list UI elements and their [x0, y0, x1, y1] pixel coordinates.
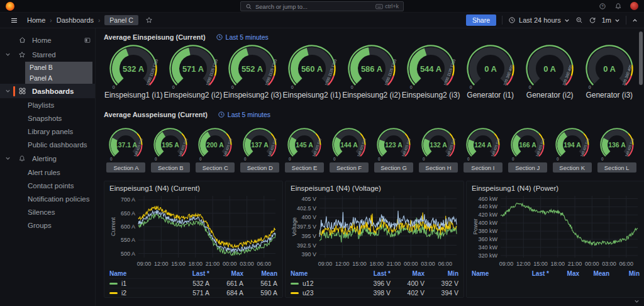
sidebar-item-contact-points[interactable]: Contact points [0, 179, 95, 192]
breadcrumb-home[interactable]: Home [27, 16, 45, 24]
sidebar-item-home[interactable]: Home [0, 33, 95, 47]
gauge-panel-section-c[interactable]: 0340 425 510200 ASection C [193, 128, 238, 173]
legend-header-last-[interactable]: Last * [357, 270, 391, 277]
svg-text:0: 0 [244, 157, 247, 161]
gauge-title: Einspeisung2 (i2) [164, 91, 222, 99]
sidebar-item-alert-rules[interactable]: Alert rules [0, 166, 95, 179]
sidebar-item-public-dashboards[interactable]: Public dashboards [0, 138, 95, 151]
legend-header-last-[interactable]: Last * [519, 270, 549, 277]
gauge-title: Einspeisung2 (i3) [402, 91, 460, 99]
section-link-section-e[interactable]: Section E [285, 162, 324, 173]
legend-header-mean[interactable]: Mean [579, 270, 609, 277]
section-link-section-d[interactable]: Section D [240, 162, 279, 173]
share-button[interactable]: Share [466, 14, 496, 26]
notifications-bell-icon[interactable] [614, 3, 622, 10]
gauge-panel-section-g[interactable]: 0340 425 510123 ASection G [372, 128, 416, 173]
search-input[interactable]: Search or jump to... ctrl+k [240, 1, 404, 11]
gauge-panel-section-k[interactable]: 0340 425 510194 ASection K [550, 128, 594, 173]
gauge-panel-generator-i3-[interactable]: 0320 360 4000 AGenerator (i3) [580, 45, 640, 99]
row-title[interactable]: Average Einspeisung (Current) [104, 33, 206, 41]
gauge-panel-section-b[interactable]: 0340 425 510195 ASection B [148, 128, 193, 173]
time-series-plot[interactable]: 320 kW340 kW360 kW380 kW400 kW420 kW440 … [472, 193, 641, 268]
legend-header-min[interactable]: Min [425, 270, 458, 277]
legend-header-mean[interactable]: Mean [243, 270, 277, 277]
favorite-star-icon[interactable] [145, 16, 153, 24]
gauge-panel-generator-i2-[interactable]: 0320 360 4000 AGenerator (i2) [520, 45, 580, 99]
breadcrumb-current[interactable]: Panel C [104, 15, 138, 25]
section-link-section-i[interactable]: Section I [464, 162, 502, 173]
legend-header-max[interactable]: Max [391, 270, 425, 277]
time-series-plot[interactable]: 390 V392.5 V395 V397.5 V400 V402.5 V405 … [291, 193, 460, 268]
gauge-panel-section-d[interactable]: 0340 425 510137 ASection D [238, 128, 282, 173]
chart-panel-einspeisung1-n4-voltage-[interactable]: Einspeisung1 (N4) (Voltage)390 V392.5 V3… [285, 181, 464, 298]
gauge-panel-einspeisung2-i3-[interactable]: 01000 1125 1250544 AEinspeisung2 (i3) [401, 45, 461, 99]
row-title[interactable]: Average Ausspeisung (Current) [104, 111, 208, 118]
legend-header-min[interactable]: Min [609, 270, 640, 277]
time-range-picker[interactable]: Last 24 hours [508, 16, 570, 24]
section-link-section-a[interactable]: Section A [106, 162, 145, 173]
sidebar-item-snapshots[interactable]: Snapshots [0, 111, 95, 125]
svg-text:440 kW: 440 kW [478, 203, 497, 210]
user-avatar[interactable] [630, 2, 638, 10]
legend-series-toggle[interactable]: u23 [291, 289, 357, 297]
legend-header-name[interactable]: Name [291, 270, 357, 277]
gauge-panel-section-j[interactable]: 0340 425 510166 ASection J [505, 128, 550, 173]
gauge-panel-einspeisung2-i3-[interactable]: 01000 1125 1250552 AEinspeisung2 (i3) [223, 45, 282, 99]
section-link-section-l[interactable]: Section L [597, 162, 636, 173]
legend-header-max[interactable]: Max [209, 270, 243, 277]
sidebar-item-library-panels[interactable]: Library panels [0, 125, 95, 138]
gauge-panel-section-l[interactable]: 0340 425 510136 ASection L [594, 128, 639, 173]
section-link-section-g[interactable]: Section G [374, 162, 413, 173]
gauge-panel-einspeisung2-i1-[interactable]: 01000 1125 1250560 AEinspeisung2 (i1) [282, 45, 342, 99]
sidebar-item-silences[interactable]: Silences [0, 205, 95, 218]
gauge-panel-section-h[interactable]: 0340 425 510132 ASection H [416, 128, 460, 173]
refresh-button[interactable] [589, 16, 596, 24]
sidebar-item-panel-a[interactable]: Panel A [25, 73, 92, 84]
gauge-panel-generator-i1-[interactable]: 0320 360 4000 AGenerator (i1) [460, 45, 520, 99]
sidebar-item-alerting[interactable]: Alerting [0, 151, 95, 166]
legend: NameLast *MaxMinu12396 V400 V392 Vu23398… [291, 269, 458, 297]
legend-series-toggle[interactable]: i1 [109, 280, 175, 287]
sidebar-item-panel-b[interactable]: Panel B [25, 62, 92, 73]
gauge-panel-section-f[interactable]: 0340 425 510144 ASection F [327, 128, 372, 173]
refresh-interval-dropdown[interactable]: 1m [602, 16, 620, 24]
scroll-down-chevron-icon[interactable] [634, 298, 640, 304]
legend-header-last-[interactable]: Last * [175, 270, 209, 277]
legend-header-name[interactable]: Name [472, 270, 519, 277]
section-link-section-j[interactable]: Section J [508, 162, 547, 173]
section-link-section-f[interactable]: Section F [330, 162, 369, 173]
gauge-panel-section-i[interactable]: 0340 425 510124 ASection I [460, 128, 505, 173]
gauge-panel-einspeisung1-i1-[interactable]: 01000 1125 1250532 AEinspeisung1 (i1) [104, 45, 164, 99]
dock-icon[interactable] [84, 37, 91, 44]
gauge-panel-section-a[interactable]: 0340 425 510137.1 ASection A [104, 128, 148, 173]
help-icon[interactable]: ? [599, 3, 606, 10]
section-link-section-k[interactable]: Section K [553, 162, 592, 173]
sidebar-item-playlists[interactable]: Playlists [0, 98, 95, 111]
menu-toggle-icon[interactable] [10, 16, 18, 25]
chart-title[interactable]: Einspeisung1 (N4) (Current) [109, 184, 277, 192]
legend-header-max[interactable]: Max [549, 270, 579, 277]
legend-series-toggle[interactable]: i2 [109, 289, 175, 297]
grafana-logo[interactable] [6, 2, 14, 11]
legend-header-name[interactable]: Name [109, 270, 175, 277]
gauge-panel-einspeisung2-i2-[interactable]: 01000 1125 1250586 AEinspeisung2 (i2) [341, 45, 401, 99]
time-series-plot[interactable]: 500 A550 A600 A650 A700 A09:0012:0015:00… [109, 193, 279, 268]
chart-panel-einspeisung1-n4-power-[interactable]: Einspeisung1 (N4) (Power)320 kW340 kW360… [466, 181, 644, 298]
chart-panel-einspeisung1-n4-current-[interactable]: Einspeisung1 (N4) (Current)500 A550 A600… [104, 181, 283, 298]
sidebar-item-groups[interactable]: Groups [0, 218, 95, 232]
section-link-section-c[interactable]: Section C [196, 162, 235, 173]
zoom-out-button[interactable] [575, 16, 583, 24]
sidebar-item-dashboards[interactable]: Dashboards [0, 84, 95, 98]
section-link-section-b[interactable]: Section B [151, 162, 190, 173]
scrollbar-thumb[interactable] [639, 31, 643, 85]
section-link-section-h[interactable]: Section H [419, 162, 458, 173]
gauge-panel-einspeisung2-i2-[interactable]: 01000 1125 1250571 AEinspeisung2 (i2) [164, 45, 223, 99]
chart-title[interactable]: Einspeisung1 (N4) (Power) [472, 184, 640, 192]
chart-title[interactable]: Einspeisung1 (N4) (Voltage) [291, 184, 458, 192]
legend-series-toggle[interactable]: u12 [291, 280, 357, 287]
chevron-up-icon[interactable] [632, 18, 638, 23]
breadcrumb-dashboards[interactable]: Dashboards [57, 16, 94, 24]
sidebar-item-notification-policies[interactable]: Notification policies [0, 192, 95, 205]
sidebar-item-starred[interactable]: Starred [0, 47, 95, 62]
gauge-panel-section-e[interactable]: 0340 425 510145 ASection E [282, 128, 327, 173]
